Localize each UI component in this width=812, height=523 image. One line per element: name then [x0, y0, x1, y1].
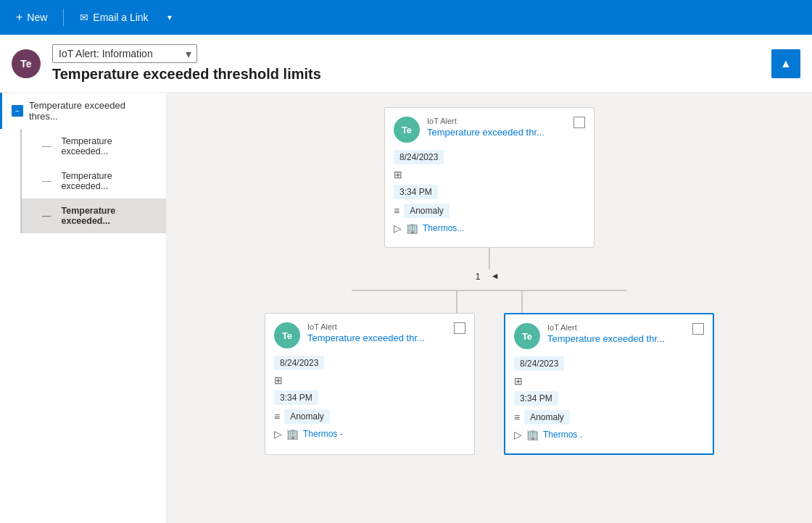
child-2-type: IoT Alert — [547, 323, 685, 332]
toolbar-dropdown-button[interactable]: ▾ — [162, 8, 178, 27]
child-left-vert — [456, 291, 457, 313]
sidebar-item-child-3[interactable]: — Temperature exceeded... — [22, 198, 166, 233]
pagination-row: 1 ◄ — [475, 269, 503, 283]
horiz-line — [352, 290, 627, 291]
child-1-time: 3:34 PM — [274, 390, 318, 405]
child-1-arrow-icon: ▷ — [274, 428, 282, 440]
alert-type-select-wrapper[interactable]: IoT Alert: Information — [52, 44, 197, 63]
child-1-db-icon: ⊞ — [274, 375, 283, 386]
sidebar-item-parent[interactable]: − Temperature exceeded thres... — [0, 93, 166, 129]
header: Te IoT Alert: Information Temperature ex… — [0, 35, 812, 93]
email-link-button[interactable]: ✉ Email a Link — [72, 7, 155, 28]
database-icon: ⊞ — [394, 169, 402, 180]
email-link-label: Email a Link — [93, 12, 148, 23]
root-card-tag: Anomaly — [404, 204, 450, 218]
collapse-icon: − — [12, 105, 23, 117]
child-2-link[interactable]: Thermos . — [543, 430, 582, 440]
child-2-tag-row: ≡ Anomaly — [514, 410, 704, 424]
child-dash-2: — — [42, 176, 51, 186]
root-card-title: Temperature exceeded thr... — [427, 127, 566, 139]
root-card-date: 8/24/2023 — [394, 150, 444, 164]
root-card-time: 3:34 PM — [394, 185, 438, 199]
child-1-checkbox[interactable] — [454, 322, 465, 334]
child-1-icon-row: ⊞ — [274, 375, 465, 386]
child-2-tag: Anomaly — [524, 410, 570, 424]
child-2-time-field: 3:34 PM — [514, 391, 704, 406]
horiz-connector — [352, 290, 627, 291]
child-card-2[interactable]: Te IoT Alert Temperature exceeded thr...… — [504, 313, 714, 455]
root-card-date-field: 8/24/2023 — [394, 150, 585, 164]
child-1-avatar: Te — [274, 322, 300, 348]
new-button[interactable]: + New — [9, 7, 54, 28]
child-2-link-row: ▷ 🏢 Thermos . — [514, 429, 704, 440]
root-card-checkbox[interactable] — [573, 117, 585, 128]
sidebar-item-label: Temperature exceeded thres... — [29, 100, 154, 122]
toolbar: + New ✉ Email a Link ▾ — [0, 0, 812, 35]
child-2-icon-row: ⊞ — [514, 375, 704, 387]
child-right-vert — [521, 291, 523, 313]
tree-container: Te IoT Alert Temperature exceeded thr...… — [181, 107, 798, 484]
child-1-link-row: ▷ 🏢 Thermos - — [274, 428, 465, 440]
child-2-date-field: 8/24/2023 — [514, 356, 704, 371]
header-dropdown: IoT Alert: Information — [52, 44, 760, 63]
sidebar: − Temperature exceeded thres... — Temper… — [0, 93, 167, 523]
child-verts — [352, 291, 627, 313]
child-2-tag-icon: ≡ — [514, 411, 520, 423]
child-1-date: 8/24/2023 — [274, 356, 324, 370]
child-2-time: 3:34 PM — [514, 391, 558, 406]
children-area: Te IoT Alert Temperature exceeded thr...… — [265, 313, 714, 455]
root-connector: 1 ◄ — [352, 248, 627, 313]
child-2-title: Temperature exceeded thr... — [547, 333, 685, 346]
root-card-time-field: 3:34 PM — [394, 185, 585, 199]
root-card-link-row: ▷ 🏢 Thermos... — [394, 222, 585, 234]
plus-icon: + — [16, 11, 22, 24]
child-1-info: IoT Alert Temperature exceeded thr... — [307, 322, 447, 345]
main-layout: − Temperature exceeded thres... — Temper… — [0, 93, 812, 523]
root-card-link[interactable]: Thermos... — [423, 223, 464, 233]
child-2-entity-icon: 🏢 — [526, 429, 539, 440]
child-1-type: IoT Alert — [307, 322, 447, 331]
root-card[interactable]: Te IoT Alert Temperature exceeded thr...… — [384, 107, 594, 248]
root-card-icon-row: ⊞ — [394, 169, 585, 180]
content-area: Te IoT Alert Temperature exceeded thr...… — [167, 93, 812, 523]
child-dash-3: — — [42, 211, 51, 221]
toolbar-separator — [63, 9, 64, 26]
sidebar-item-child-1[interactable]: — Temperature exceeded... — [22, 129, 166, 164]
root-card-type: IoT Alert — [427, 117, 566, 125]
child-1-time-field: 3:34 PM — [274, 390, 465, 405]
child-1-header: Te IoT Alert Temperature exceeded thr... — [274, 322, 465, 348]
tag-icon: ≡ — [394, 205, 399, 217]
child-1-link[interactable]: Thermos - — [303, 429, 343, 439]
child-2-arrow-icon: ▷ — [514, 429, 522, 440]
child-1-title: Temperature exceeded thr... — [307, 332, 447, 345]
child-1-date-field: 8/24/2023 — [274, 356, 465, 370]
sidebar-child-label-2: Temperature exceeded... — [62, 171, 155, 191]
child-2-header: Te IoT Alert Temperature exceeded thr... — [514, 323, 704, 349]
child-dash-1: — — [42, 141, 51, 151]
child-1-tag-icon: ≡ — [274, 411, 280, 422]
pagination-number: 1 — [475, 271, 480, 282]
arrow-icon: ▷ — [394, 222, 402, 234]
child-2-db-icon: ⊞ — [514, 375, 523, 387]
pagination-prev-button[interactable]: ◄ — [486, 269, 504, 283]
child-2-checkbox[interactable] — [692, 323, 704, 335]
sidebar-item-child-2[interactable]: — Temperature exceeded... — [22, 164, 166, 198]
child-card-1[interactable]: Te IoT Alert Temperature exceeded thr...… — [265, 313, 475, 455]
root-card-header: Te IoT Alert Temperature exceeded thr... — [394, 117, 585, 143]
root-card-info: IoT Alert Temperature exceeded thr... — [427, 117, 566, 139]
collapse-button[interactable]: ▲ — [771, 49, 800, 78]
root-card-avatar: Te — [394, 117, 420, 143]
collapse-icon: ▲ — [780, 57, 792, 70]
child-2-avatar: Te — [514, 323, 540, 349]
alert-type-select[interactable]: IoT Alert: Information — [52, 44, 197, 63]
child-2-date: 8/24/2023 — [514, 356, 564, 371]
child-1-entity-icon: 🏢 — [286, 428, 299, 440]
new-label: New — [27, 12, 47, 23]
child-1-tag: Anomaly — [284, 409, 330, 424]
email-icon: ✉ — [80, 12, 88, 23]
entity-icon: 🏢 — [406, 222, 418, 234]
header-info: IoT Alert: Information Temperature excee… — [52, 44, 760, 83]
page-title: Temperature exceeded threshold limits — [52, 66, 760, 83]
child-1-tag-row: ≡ Anomaly — [274, 409, 465, 424]
sidebar-child-label-3: Temperature exceeded... — [62, 206, 155, 226]
